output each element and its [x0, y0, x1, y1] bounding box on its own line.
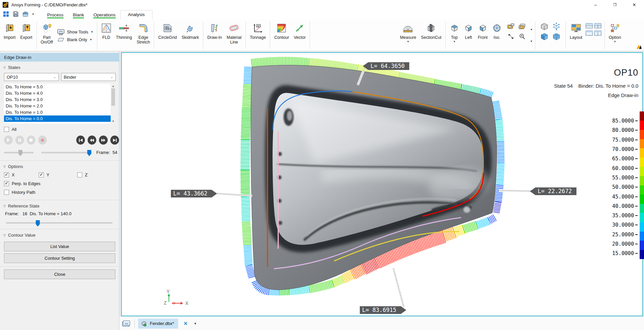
view-top-dropdown-icon[interactable]: ▼ — [453, 40, 456, 43]
option-button[interactable]: Option ▼ — [607, 20, 624, 51]
mesh-cube-icon[interactable] — [540, 22, 549, 32]
measure-dropdown-icon[interactable]: ▼ — [407, 40, 410, 43]
list-item[interactable]: Dis. To Home = 4.0 — [4, 90, 116, 96]
option-dropdown-icon[interactable]: ▼ — [614, 40, 616, 43]
restore-button[interactable]: ❐ — [605, 0, 625, 9]
measure-button[interactable]: Measure ▼ — [398, 20, 419, 51]
callout-right[interactable]: L= 22.2672 — [530, 187, 576, 195]
callout-bottom[interactable]: L= 83.6915 — [360, 306, 406, 314]
view-iso-button[interactable]: Iso. — [490, 20, 504, 51]
snapshot-dropdown-icon[interactable]: ▼ — [530, 28, 533, 31]
contour-setting-button[interactable]: Contour Setting — [4, 253, 115, 263]
play-button[interactable] — [4, 136, 13, 145]
contour-button[interactable]: Contour — [272, 20, 291, 51]
part-onoff-button[interactable]: Part On/Off — [38, 20, 56, 51]
all-checkbox[interactable] — [4, 127, 9, 132]
fit-view-icon[interactable] — [508, 33, 514, 41]
list-item[interactable]: Dis. To Home = 5.0 — [4, 84, 116, 90]
edge-stretch-button[interactable]: Edge Stretch — [134, 20, 152, 51]
blank-only-dropdown-icon[interactable]: ▼ — [90, 38, 92, 41]
blank-only-button[interactable]: Blank Only ▼ — [57, 37, 93, 42]
layout-quad-split-icon[interactable] — [594, 23, 602, 30]
quick-access-dropdown-icon[interactable]: ▼ — [32, 13, 34, 16]
skip-start-button[interactable] — [76, 136, 85, 145]
speed-slider[interactable] — [4, 152, 33, 153]
tab-close-icon[interactable]: ✕ — [184, 321, 188, 327]
contour-value-section-header[interactable]: ▽ Contour Value — [0, 229, 119, 240]
options-section-header[interactable]: ▽ Options — [0, 161, 119, 171]
list-item[interactable]: Dis. To Home = 3.0 — [4, 96, 116, 103]
multi-snapshot-icon[interactable] — [518, 23, 526, 31]
scroll-down-icon[interactable]: ▼ — [111, 119, 116, 123]
view-front-button[interactable]: Front — [475, 20, 490, 51]
stop-button[interactable] — [27, 136, 35, 145]
reference-state-section-header[interactable]: ▽ Reference State — [0, 200, 119, 211]
y-checkbox[interactable] — [39, 172, 44, 177]
scroll-thumb[interactable] — [111, 88, 115, 106]
document-tab-fender[interactable]: Fender.dbx* — [138, 319, 178, 329]
drawin-button[interactable]: Draw-In — [205, 20, 224, 51]
circlegrid-button[interactable]: CircleGrid — [156, 20, 179, 51]
show-tools-dropdown-icon[interactable]: ▼ — [91, 30, 93, 33]
mesh-points-cube-icon[interactable] — [552, 22, 561, 32]
vector-button[interactable]: Vector — [292, 20, 308, 51]
material-line-button[interactable]: Material Line — [224, 20, 244, 51]
tab-list-dropdown-icon[interactable]: ▼ — [194, 322, 197, 325]
reference-slider-thumb[interactable] — [36, 220, 40, 227]
close-button[interactable]: ✕ — [625, 0, 644, 9]
list-item[interactable]: Dis. To Home = 1.0 — [4, 109, 116, 115]
layout-single-icon[interactable] — [585, 30, 593, 37]
import-button[interactable]: Import — [1, 20, 18, 51]
pause-button[interactable] — [15, 136, 24, 145]
snapshot-icon[interactable] — [507, 23, 515, 31]
rewind-button[interactable] — [88, 136, 96, 145]
z-checkbox[interactable] — [77, 172, 82, 177]
list-scrollbar[interactable]: ▲ ▼ — [111, 84, 116, 123]
tab-blank[interactable]: Blank — [68, 11, 89, 19]
perp-to-edges-checkbox[interactable] — [4, 181, 9, 186]
layout-vertical-split-icon[interactable] — [594, 30, 602, 37]
view-left-button[interactable]: Left — [461, 20, 475, 51]
states-section-header[interactable]: ▽ States — [0, 62, 119, 72]
solid-cube-icon[interactable] — [540, 32, 549, 43]
keyboard-icon[interactable] — [122, 320, 130, 327]
skip-end-button[interactable] — [110, 136, 119, 145]
tonnage-button[interactable]: 8F Tonnage — [247, 20, 268, 51]
callout-top[interactable]: L= 64.3650 — [363, 62, 409, 70]
app-grid-icon[interactable] — [3, 11, 9, 17]
list-item[interactable]: Dis. To Home = 2.0 — [4, 103, 116, 109]
tab-process[interactable]: Process — [42, 11, 68, 19]
export-button[interactable]: Export — [18, 20, 34, 51]
frame-slider-thumb[interactable] — [87, 150, 91, 156]
x-checkbox[interactable] — [4, 172, 9, 177]
show-tools-button[interactable]: Show Tools ▼ — [57, 29, 93, 35]
tab-analysis[interactable]: Analysis — [120, 10, 152, 19]
zoom-in-icon[interactable] — [519, 33, 526, 41]
thinning-button[interactable]: Thinning — [114, 20, 134, 51]
history-path-checkbox[interactable] — [4, 190, 9, 195]
list-item-selected[interactable]: Dis. To Home = 0.0 — [4, 115, 116, 122]
frame-slider[interactable] — [41, 152, 92, 153]
forward-button[interactable] — [99, 136, 108, 145]
layout-horizontal-split-icon[interactable] — [585, 23, 593, 30]
minimize-button[interactable]: – — [586, 0, 605, 9]
layout-button[interactable]: Layout — [567, 20, 585, 51]
tool-dropdown[interactable]: Binder⌄ — [61, 73, 116, 81]
save-icon[interactable] — [12, 11, 19, 17]
sectioncut-button[interactable]: SectionCut — [419, 20, 444, 51]
speed-slider-thumb[interactable] — [18, 150, 22, 156]
graphics-canvas[interactable]: L= 64.3650 L= 43.3662 L= 22.2672 L= 83.6… — [121, 52, 643, 316]
skidmark-button[interactable]: Skidmark — [179, 20, 201, 51]
states-list[interactable]: Dis. To Home = 5.0 Dis. To Home = 4.0 Di… — [4, 84, 116, 123]
reference-slider[interactable] — [6, 222, 112, 224]
operation-dropdown[interactable]: OP10⌄ — [4, 73, 59, 81]
list-value-button[interactable]: List Value — [4, 242, 115, 251]
zoom-dropdown-icon[interactable]: ▼ — [530, 40, 533, 43]
tab-operations[interactable]: Operations — [89, 11, 120, 19]
close-panel-button[interactable]: Close — [4, 269, 115, 279]
view-top-button[interactable]: Top ▼ — [447, 20, 461, 51]
archive-icon[interactable] — [22, 11, 28, 17]
solid-mesh-cube-icon[interactable] — [552, 32, 561, 43]
callout-left[interactable]: L= 43.3662 — [171, 190, 217, 197]
record-button[interactable] — [38, 136, 47, 145]
